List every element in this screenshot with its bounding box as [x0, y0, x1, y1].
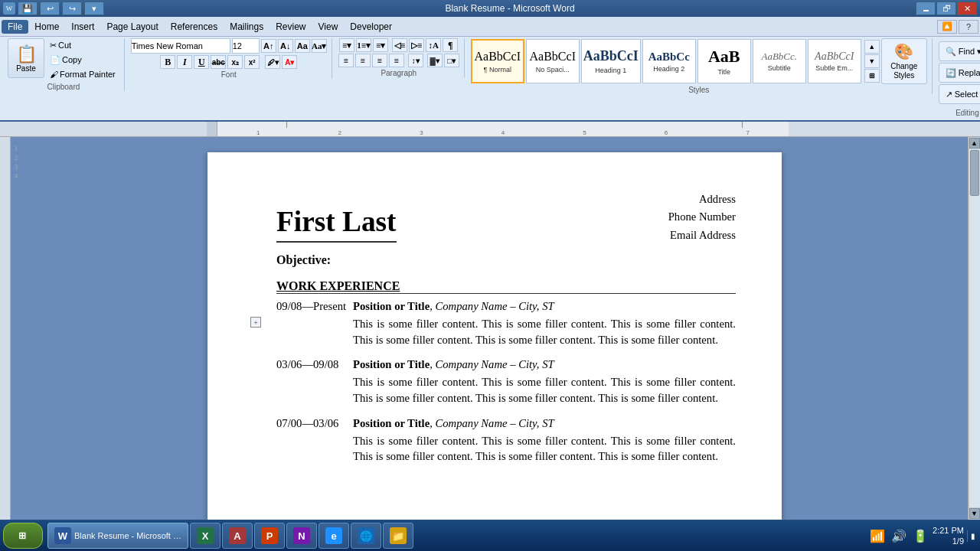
numbering-btn[interactable]: 1≡▾ — [356, 38, 371, 52]
shrink-font-btn[interactable]: A↓ — [278, 39, 293, 53]
taskbar-publisher[interactable]: P — [254, 523, 285, 549]
style-subtitle[interactable]: AaBbCc. Subtitle — [753, 39, 806, 83]
page-container[interactable]: + First Last Address Phone Number Email … — [21, 137, 968, 520]
paste-button[interactable]: 📋 Paste — [8, 38, 44, 78]
justify-btn[interactable]: ≡ — [389, 54, 404, 67]
taskbar-excel[interactable]: X — [190, 523, 220, 549]
close-btn[interactable]: ✕ — [957, 2, 977, 15]
title-text: Blank Resume - Microsoft Word — [104, 3, 916, 14]
taskbar-chrome[interactable]: e — [318, 523, 349, 549]
menu-file[interactable]: File — [2, 20, 28, 34]
underline-button[interactable]: U — [194, 55, 209, 69]
start-button[interactable]: ⊞ — [3, 523, 43, 549]
scroll-down-btn[interactable]: ▼ — [969, 508, 980, 519]
superscript-button[interactable]: x² — [244, 55, 260, 69]
phone-text: Phone Number — [668, 208, 736, 226]
menu-review[interactable]: Review — [270, 20, 312, 34]
find-button[interactable]: 🔍 Find ▾ — [939, 41, 980, 61]
align-left-btn[interactable]: ≡ — [338, 54, 354, 67]
bold-button[interactable]: B — [160, 55, 175, 69]
customize-quick-btn[interactable]: ▾ — [84, 2, 104, 15]
menu-page-layout[interactable]: Page Layout — [100, 20, 164, 34]
style-title[interactable]: AaB Title — [697, 39, 751, 83]
job-company-1: , Company Name – City, ST — [430, 300, 554, 312]
decrease-indent-btn[interactable]: ◁≡ — [392, 38, 407, 52]
taskbar-onenote[interactable]: N — [286, 523, 317, 549]
title-bar: W 💾 ↩ ↪ ▾ Blank Resume - Microsoft Word … — [0, 0, 980, 17]
replace-icon: 🔄 — [946, 68, 956, 78]
vertical-scrollbar[interactable]: ▲ ▼ — [968, 137, 980, 520]
line-spacing-btn[interactable]: ↕▾ — [408, 54, 423, 67]
grow-font-btn[interactable]: A↑ — [261, 39, 276, 53]
show-desktop-btn[interactable]: ▮ — [967, 530, 977, 542]
align-right-btn[interactable]: ≡ — [372, 54, 387, 67]
shading-btn[interactable]: ▓▾ — [427, 54, 443, 67]
font-color-btn[interactable]: A▾ — [282, 55, 297, 69]
highlight-color-btn[interactable]: 🖊▾ — [265, 55, 280, 69]
volume-icon[interactable]: 🔊 — [890, 527, 908, 545]
minimize-btn[interactable]: 🗕 — [916, 2, 936, 15]
style-normal[interactable]: AaBbCcI ¶ Normal — [471, 39, 524, 83]
taskbar-ie[interactable]: 🌐 — [351, 523, 381, 549]
taskbar-explorer[interactable]: 📁 — [383, 523, 413, 549]
styles-list: AaBbCcI ¶ Normal AaBbCcI No Spaci... AaB… — [471, 39, 861, 83]
menu-references[interactable]: References — [165, 20, 224, 34]
style-title-label: Title — [717, 68, 730, 76]
select-button[interactable]: ↗ Select ▾ — [939, 84, 980, 104]
section-collapse-btn[interactable]: + — [250, 317, 261, 328]
job-title-text-1: Position or Title — [353, 300, 430, 312]
maximize-btn[interactable]: 🗗 — [936, 2, 956, 15]
replace-button[interactable]: 🔄 Replace — [939, 63, 980, 83]
clock-display[interactable]: 2:21 PM 1/9 — [933, 525, 964, 547]
publisher-app-icon: P — [261, 527, 278, 544]
style-heading1[interactable]: AaBbCcI Heading 1 — [581, 39, 641, 83]
job-title-1: Position or Title, Company Name – City, … — [353, 300, 736, 313]
ribbon-minimize-btn[interactable]: 🔼 — [937, 20, 957, 34]
border-btn[interactable]: □▾ — [444, 54, 459, 67]
styles-scroll-up[interactable]: ▲ — [864, 40, 880, 54]
align-center-btn[interactable]: ≡ — [355, 54, 371, 67]
time-text: 2:21 PM — [933, 525, 964, 536]
menu-mailings[interactable]: Mailings — [224, 20, 270, 34]
styles-group: AaBbCcI ¶ Normal AaBbCcI No Spaci... AaB… — [466, 38, 933, 94]
styles-scroll-down[interactable]: ▼ — [864, 54, 880, 68]
change-styles-button[interactable]: 🎨 ChangeStyles — [881, 38, 927, 84]
cut-button[interactable]: ✂ Cut — [46, 38, 119, 52]
style-no-spacing[interactable]: AaBbCcI No Spaci... — [526, 39, 580, 83]
increase-indent-btn[interactable]: ▷≡ — [409, 38, 424, 52]
text-effects-btn[interactable]: Aa▾ — [312, 39, 327, 53]
multilevel-btn[interactable]: ≡▾ — [373, 38, 388, 52]
format-painter-button[interactable]: 🖌 Format Painter — [46, 67, 119, 81]
redo-quick-btn[interactable]: ↪ — [62, 2, 82, 15]
ruler: 1234567 — [0, 122, 980, 137]
network-icon[interactable]: 📶 — [868, 527, 887, 545]
sort-btn[interactable]: ↕A — [426, 38, 441, 52]
subscript-button[interactable]: x₂ — [227, 55, 243, 69]
save-quick-btn[interactable]: 💾 — [18, 2, 38, 15]
job-body-3: This is some filler content. This is som… — [353, 433, 736, 465]
show-formatting-btn[interactable]: ¶ — [443, 38, 458, 52]
strikethrough-button[interactable]: abc — [211, 55, 226, 69]
styles-more-btn[interactable]: ⊞ — [864, 69, 880, 83]
style-subtle-em[interactable]: AaBbCcI Subtle Em... — [808, 39, 861, 83]
menu-developer[interactable]: Developer — [344, 20, 398, 34]
menu-insert[interactable]: Insert — [65, 20, 100, 34]
help-btn[interactable]: ? — [959, 20, 978, 34]
font-name-input[interactable] — [131, 38, 230, 54]
clipboard-actions: ✂ Cut 📄 Copy 🖌 Format Painter — [46, 38, 119, 81]
undo-quick-btn[interactable]: ↩ — [40, 2, 60, 15]
font-size-input[interactable] — [232, 38, 260, 54]
bullets-btn[interactable]: ≡▾ — [339, 38, 354, 52]
taskbar-word[interactable]: W Blank Resume - Microsoft Word — [47, 523, 188, 549]
job-title-text-3: Position or Title — [353, 417, 430, 429]
taskbar-access[interactable]: A — [222, 523, 253, 549]
scroll-up-btn[interactable]: ▲ — [969, 138, 980, 148]
italic-button[interactable]: I — [177, 55, 192, 69]
style-heading2[interactable]: AaBbCc Heading 2 — [642, 39, 696, 83]
menu-view[interactable]: View — [312, 20, 345, 34]
copy-button[interactable]: 📄 Copy — [46, 53, 119, 67]
style-normal-label: ¶ Normal — [484, 66, 511, 73]
clear-format-btn[interactable]: Aa — [295, 39, 310, 53]
scroll-thumb[interactable] — [970, 150, 979, 196]
menu-home[interactable]: Home — [28, 20, 65, 34]
